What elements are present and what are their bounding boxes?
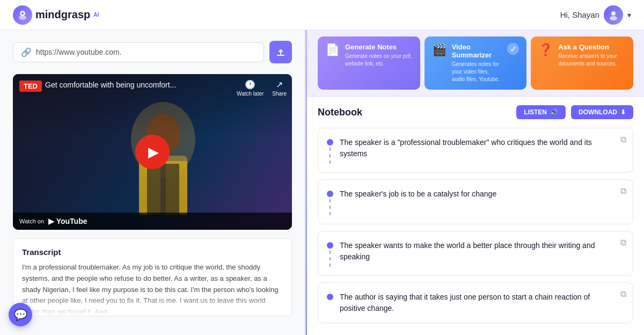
note-dot-area-2 (327, 188, 333, 215)
speaker-icon: 🔊 (550, 108, 558, 116)
ask-question-card[interactable]: ❓ Ask a Question Receive answers to your… (531, 37, 633, 90)
ask-icon: ❓ (538, 43, 553, 57)
note-dot-2 (327, 191, 333, 197)
copy-button-3[interactable]: ⧉ (620, 238, 626, 247)
transcript-fade (13, 294, 291, 316)
url-input-wrapper: 🔗 (13, 42, 264, 62)
logo-area: mindgrasp AI (13, 5, 99, 25)
notebook-title: Notebook (318, 107, 362, 118)
logo-text: mindgrasp (35, 9, 90, 21)
note-text-2: The speaker's job is to be a catalyst fo… (340, 188, 609, 200)
video-actions: 🕐 Watch later ↗ Share (237, 79, 287, 97)
note-card-1: The speaker is a "professional troublema… (318, 128, 633, 173)
download-button[interactable]: DOWNLOAD ⬇ (571, 105, 633, 119)
play-button[interactable]: ▶ (135, 135, 170, 169)
link-icon: 🔗 (21, 47, 32, 57)
note-text-3: The speaker wants to make the world a be… (340, 240, 609, 263)
ted-badge: TED (19, 81, 42, 92)
clock-icon: 🕐 (245, 79, 255, 90)
chevron-down-icon[interactable]: ▾ (627, 11, 631, 19)
generate-notes-card[interactable]: 📄 Generate Notes Generate notes on your … (318, 37, 420, 90)
generate-content: Generate Notes Generate notes on your pd… (345, 43, 413, 68)
copy-icon-4: ⧉ (620, 289, 626, 298)
url-area: 🔗 (13, 41, 292, 63)
upload-button[interactable] (269, 41, 292, 63)
copy-icon-1: ⧉ (620, 135, 626, 144)
video-check-icon: ✓ (507, 43, 519, 55)
user-greeting: Hi, Shayan (560, 10, 599, 19)
watch-later-label: Watch later (237, 91, 264, 97)
feature-cards-row: 📄 Generate Notes Generate notes on your … (307, 30, 644, 97)
share-icon: ↗ (276, 79, 283, 90)
transcript-title: Transcript (22, 247, 283, 257)
right-panel: 📄 Generate Notes Generate notes on your … (307, 30, 644, 335)
download-icon: ⬇ (620, 108, 626, 116)
user-area: Hi, Shayan ▾ (560, 5, 631, 25)
video-thumbnail: TED Get comfortable with being uncomfort… (13, 74, 292, 230)
url-input[interactable] (36, 48, 256, 56)
note-dot-area-1 (327, 137, 333, 164)
app-header: mindgrasp AI Hi, Shayan ▾ (0, 0, 644, 30)
copy-icon-2: ⧉ (620, 186, 626, 195)
note-dot-area-4 (327, 292, 333, 300)
share-action[interactable]: ↗ Share (272, 79, 287, 97)
watch-on-label: Watch on (19, 218, 44, 224)
play-icon: ▶ (148, 144, 159, 161)
generate-title: Generate Notes (345, 43, 413, 51)
video-card-desc: Generates notes for your video files, au… (452, 61, 502, 83)
note-line-1 (330, 148, 331, 164)
generate-icon: 📄 (325, 43, 340, 57)
video-title: Get comfortable with being uncomfort... (45, 81, 176, 89)
note-card-2: The speaker's job is to be a catalyst fo… (318, 179, 633, 224)
svg-point-2 (21, 12, 24, 14)
chat-button[interactable]: 💬 (9, 303, 32, 326)
copy-icon-3: ⧉ (620, 238, 626, 247)
youtube-bar: Watch on ▶ YouTube (13, 213, 292, 230)
note-text-1: The speaker is a "professional troublema… (340, 137, 609, 159)
video-card-title: Video Summarizer (452, 43, 502, 59)
transcript-box: Transcript I'm a professional troublemak… (13, 238, 292, 316)
watch-later-action[interactable]: 🕐 Watch later (237, 79, 264, 97)
note-card-4: The author is saying that it takes just … (318, 282, 633, 323)
listen-button[interactable]: LISTEN 🔊 (516, 105, 566, 119)
ask-content: Ask a Question Receive answers to your d… (558, 43, 626, 68)
logo-icon (13, 5, 32, 25)
listen-label: LISTEN (524, 108, 547, 116)
avatar[interactable] (604, 5, 623, 25)
logo-super: AI (93, 12, 99, 18)
copy-button-2[interactable]: ⧉ (620, 186, 626, 196)
svg-point-3 (611, 11, 616, 16)
share-label: Share (272, 91, 287, 97)
notebook-header: Notebook LISTEN 🔊 DOWNLOAD ⬇ (318, 105, 633, 119)
note-dot-4 (327, 294, 333, 300)
video-summarizer-card[interactable]: 🎬 Video Summarizer Generates notes for y… (425, 37, 527, 90)
video-card-icon: 🎬 (432, 43, 447, 57)
note-line-2 (330, 199, 331, 215)
video-container[interactable]: TED Get comfortable with being uncomfort… (13, 74, 292, 230)
ask-title: Ask a Question (558, 43, 626, 51)
note-card-3: The speaker wants to make the world a be… (318, 231, 633, 276)
notebook-area: Notebook LISTEN 🔊 DOWNLOAD ⬇ (307, 97, 644, 335)
youtube-logo: ▶ YouTube (48, 217, 87, 225)
chat-icon: 💬 (14, 308, 27, 321)
svg-point-4 (610, 16, 617, 20)
note-text-4: The author is saying that it takes just … (340, 292, 609, 314)
note-dot-3 (327, 242, 333, 249)
svg-point-1 (19, 16, 26, 20)
main-content: 🔗 (0, 30, 644, 335)
ask-desc: Receive answers to your documents and so… (558, 53, 626, 68)
copy-button-1[interactable]: ⧉ (620, 135, 626, 144)
notebook-actions: LISTEN 🔊 DOWNLOAD ⬇ (516, 105, 633, 119)
note-dot-1 (327, 139, 333, 145)
note-line-3 (330, 251, 331, 267)
left-panel: 🔗 (0, 30, 306, 335)
note-dot-area-3 (327, 240, 333, 267)
generate-desc: Generate notes on your pdf, website link… (345, 53, 413, 68)
download-label: DOWNLOAD (579, 108, 617, 116)
copy-button-4[interactable]: ⧉ (620, 289, 626, 299)
video-content: Video Summarizer Generates notes for you… (452, 43, 502, 83)
